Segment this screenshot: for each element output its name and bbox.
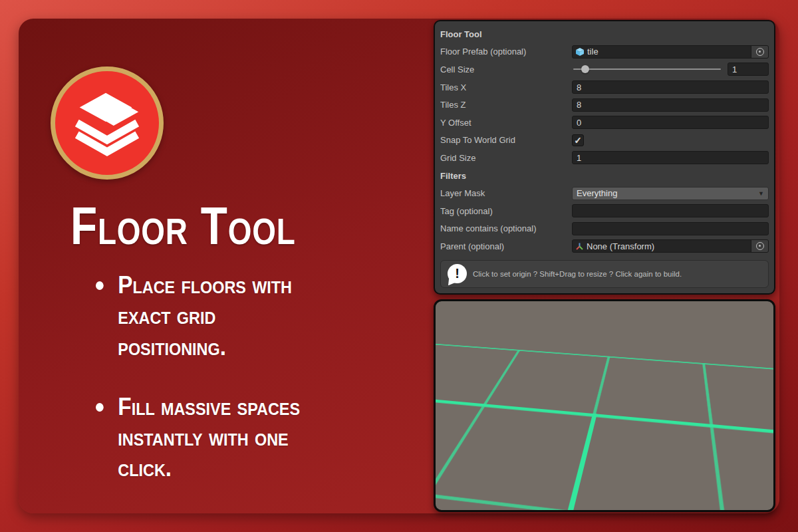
tag-input[interactable]	[572, 204, 769, 217]
floor-prefab-row: Floor Prefab (optional) tile	[440, 43, 769, 61]
name-contains-label: Name contains (optional)	[440, 223, 572, 233]
tag-row: Tag (optional)	[440, 202, 769, 220]
chevron-down-icon: ▼	[758, 190, 764, 197]
info-bubble-icon: !	[448, 264, 467, 283]
name-contains-input[interactable]	[572, 222, 769, 235]
inspector-title: Floor Tool	[440, 29, 482, 39]
list-item: Place floors with exact grid positioning…	[96, 270, 377, 362]
cell-size-input[interactable]	[732, 65, 764, 74]
tiles-x-input[interactable]	[572, 80, 769, 94]
cell-size-value-field[interactable]	[728, 63, 769, 76]
filters-header: Filters	[440, 171, 466, 181]
object-picker-button[interactable]	[751, 46, 768, 58]
cell-size-label: Cell Size	[440, 65, 572, 74]
bullet-icon	[96, 403, 104, 412]
snap-to-world-grid-label: Snap To World Grid	[440, 135, 572, 145]
parent-label: Parent (optional)	[440, 241, 572, 251]
list-item: Fill massive spaces instantly with one c…	[96, 392, 377, 484]
grid-size-label: Grid Size	[440, 153, 572, 163]
object-picker-icon	[756, 242, 764, 250]
filters-header-row: Filters	[440, 167, 769, 185]
unity-inspector-panel: Floor Tool Floor Prefab (optional) tile	[434, 20, 775, 295]
tiles-x-row: Tiles X	[440, 78, 769, 96]
parent-object-field[interactable]: None (Transform)	[572, 239, 769, 253]
feature-list: Place floors with exact grid positioning…	[96, 270, 377, 513]
floor-prefab-label: Floor Prefab (optional)	[440, 47, 572, 57]
tiles-z-row: Tiles Z	[440, 96, 769, 114]
page-title: Floor Tool	[70, 200, 296, 253]
layer-mask-dropdown[interactable]: Everything ▼	[572, 187, 769, 200]
parent-row: Parent (optional) None (Transform)	[440, 237, 769, 255]
help-text: Click to set origin ? Shift+Drag to resi…	[473, 270, 682, 278]
exclamation-glyph: !	[455, 266, 460, 281]
layer-mask-value: Everything	[577, 188, 758, 198]
inspector-header-row: Floor Tool	[440, 25, 769, 43]
feature-text: Fill massive spaces instantly with one c…	[118, 392, 300, 484]
tiles-z-input[interactable]	[572, 98, 769, 112]
floor-grid-preview	[434, 299, 775, 386]
y-offset-row: Y Offset	[440, 114, 769, 132]
cell-size-row: Cell Size	[440, 61, 769, 78]
grid-size-row: Grid Size	[440, 149, 769, 167]
snap-to-world-grid-row: Snap To World Grid ✓	[440, 132, 769, 150]
help-box: ! Click to set origin ? Shift+Drag to re…	[440, 260, 769, 288]
name-contains-row: Name contains (optional)	[440, 220, 769, 238]
tag-label: Tag (optional)	[440, 206, 572, 216]
parent-value: None (Transform)	[587, 241, 654, 251]
layer-mask-row: Layer Mask Everything ▼	[440, 184, 769, 202]
floor-tool-logo	[51, 66, 164, 180]
tiles-z-label: Tiles Z	[440, 100, 572, 110]
y-offset-input[interactable]	[572, 116, 769, 129]
ground-plane	[434, 299, 775, 332]
tiles-x-label: Tiles X	[440, 82, 572, 92]
slider-handle[interactable]	[581, 65, 589, 73]
layer-mask-label: Layer Mask	[440, 188, 572, 198]
y-offset-label: Y Offset	[440, 118, 572, 128]
prefab-cube-icon	[575, 47, 585, 57]
scene-viewport[interactable]	[434, 299, 775, 512]
cell-size-slider[interactable]	[572, 63, 722, 76]
scene-3d	[436, 301, 773, 510]
floor-prefab-object-field[interactable]: tile	[572, 45, 769, 59]
feature-text: Place floors with exact grid positioning…	[118, 270, 292, 362]
transform-icon	[575, 242, 584, 251]
checkmark-icon: ✓	[574, 135, 582, 146]
object-picker-icon	[756, 48, 764, 56]
grid-size-input[interactable]	[572, 151, 769, 164]
floor-prefab-value: tile	[587, 47, 598, 57]
bullet-icon	[96, 281, 104, 290]
object-picker-button[interactable]	[751, 240, 768, 252]
slider-track	[573, 68, 721, 70]
snap-to-world-grid-checkbox[interactable]: ✓	[572, 134, 584, 146]
stacked-layers-icon	[68, 84, 146, 162]
